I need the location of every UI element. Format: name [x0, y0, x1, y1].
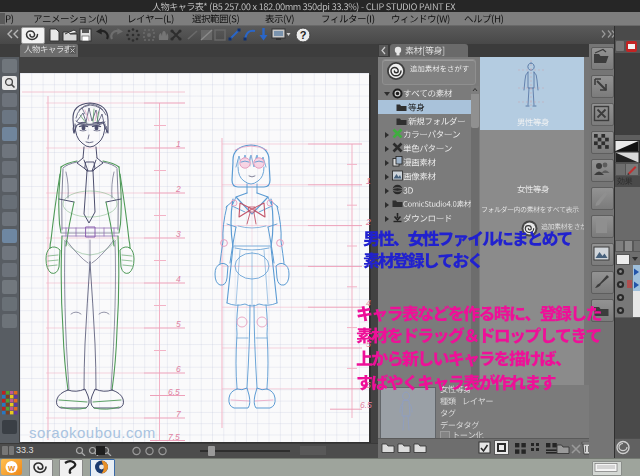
svg-text:w: w [7, 463, 16, 473]
